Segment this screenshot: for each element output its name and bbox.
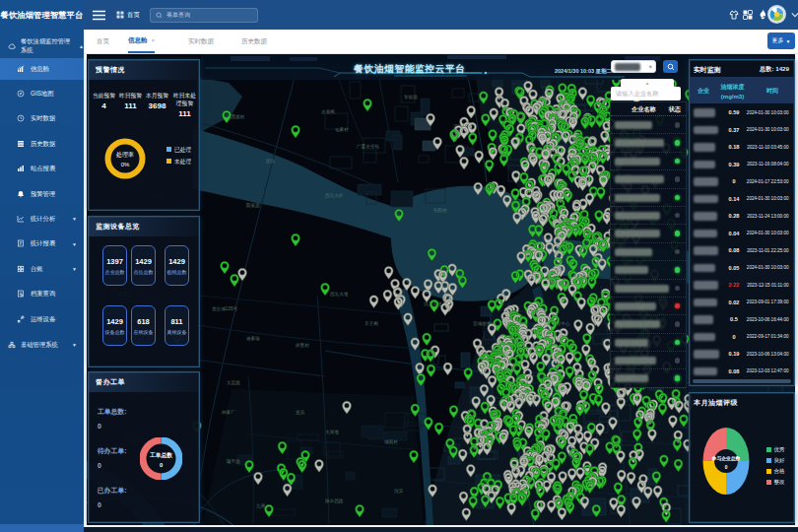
svg-text:太湖道: 太湖道 bbox=[325, 430, 339, 434]
svg-text:首台城135号: 首台城135号 bbox=[212, 306, 237, 311]
svg-text:九洲: 九洲 bbox=[256, 503, 266, 508]
svg-text:学前路: 学前路 bbox=[404, 95, 418, 100]
svg-text:林家厂: 林家厂 bbox=[221, 410, 235, 415]
svg-text:隆平路: 隆平路 bbox=[227, 458, 240, 464]
svg-text:广厦水业站: 广厦水业站 bbox=[357, 143, 379, 150]
svg-text:河滨: 河滨 bbox=[393, 489, 404, 494]
